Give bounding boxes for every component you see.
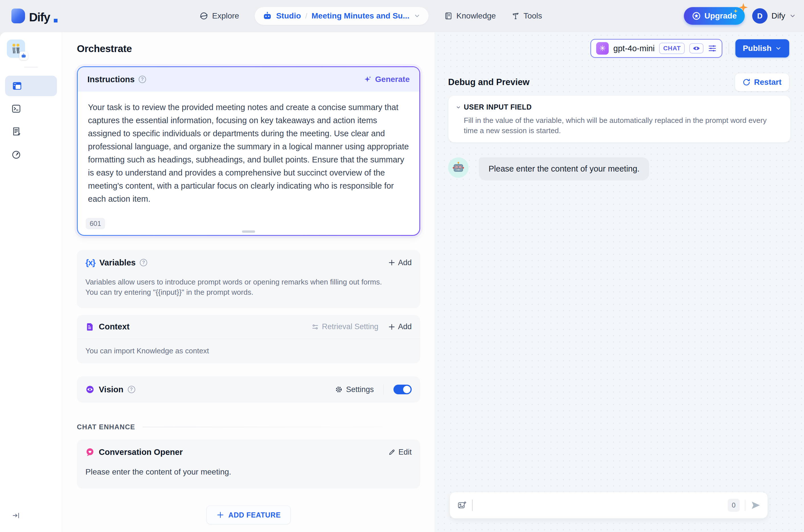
nav-knowledge-label: Knowledge — [456, 12, 496, 20]
char-count-badge: 601 — [86, 218, 105, 229]
plus-icon — [388, 323, 396, 330]
edit-opener-label: Edit — [398, 448, 412, 457]
variables-description: Variables allow users to introduce promp… — [77, 275, 401, 307]
vision-section: Vision ? Settings — [77, 376, 420, 402]
dify-logo-text: Dify — [29, 12, 50, 23]
vision-title: Vision — [99, 385, 124, 394]
dify-logo-icon — [12, 8, 25, 23]
divider — [729, 43, 729, 54]
header-right: Upgrade D Dify — [684, 7, 796, 25]
app-sidebar — [0, 32, 62, 532]
robot-emoji — [452, 161, 464, 174]
image-upload-icon[interactable] — [457, 501, 467, 510]
nav-knowledge[interactable]: Knowledge — [444, 12, 496, 20]
breadcrumb[interactable]: Studio / Meeting Minutes and Su... — [255, 7, 429, 25]
generate-button[interactable]: Generate — [364, 75, 410, 84]
text-caret — [472, 499, 473, 511]
debug-panel: ✳ gpt-4o-mini CHAT Publish Debug and Pre… — [435, 32, 804, 532]
add-context-button[interactable]: Add — [388, 322, 412, 331]
gear-icon — [335, 385, 343, 394]
debug-title: Debug and Preview — [448, 77, 530, 87]
restart-label: Restart — [754, 78, 782, 87]
help-icon[interactable]: ? — [140, 259, 147, 266]
variables-section: {x} Variables ? Add Variables allow user… — [77, 250, 420, 308]
send-icon[interactable] — [750, 500, 761, 510]
vision-capability-badge — [689, 43, 704, 54]
sidebar-divider — [24, 67, 38, 68]
breadcrumb-app-name[interactable]: Meeting Minutes and Su... — [311, 12, 409, 20]
model-toolbar: ✳ gpt-4o-mini CHAT Publish — [448, 39, 789, 58]
avatar: D — [752, 8, 768, 24]
instructions-textarea[interactable]: Your task is to review the provided meet… — [78, 92, 419, 205]
document-icon — [86, 322, 94, 331]
dify-logo-dot — [54, 19, 57, 22]
user-input-field-header[interactable]: USER INPUT FIELD — [455, 103, 781, 111]
user-input-field-description: Fill in the value of the variable, which… — [455, 115, 781, 136]
model-name: gpt-4o-mini — [613, 44, 655, 53]
instructions-header: Instructions ? Generate — [78, 67, 419, 92]
chat-input-bar[interactable]: 0 — [450, 492, 768, 518]
help-icon[interactable]: ? — [128, 386, 135, 393]
restart-button[interactable]: Restart — [735, 73, 789, 91]
upgrade-button[interactable]: Upgrade — [684, 7, 745, 25]
bot-message-bubble: Please enter the content of your meeting… — [479, 157, 649, 180]
star-circle-icon — [692, 12, 701, 20]
help-icon[interactable]: ? — [139, 76, 146, 83]
window-icon — [13, 82, 22, 90]
page-title: Orchestrate — [77, 43, 420, 54]
user-input-field-card: USER INPUT FIELD Fill in the value of th… — [448, 95, 791, 142]
sidebar-item-orchestrate[interactable] — [5, 76, 57, 96]
sidebar-item-monitoring[interactable] — [12, 150, 21, 159]
nav-explore[interactable]: Explore — [199, 12, 239, 20]
chevron-down-icon — [455, 104, 461, 110]
sparkle-icon — [738, 3, 748, 12]
chevron-down-icon — [414, 13, 421, 19]
user-input-field-title: USER INPUT FIELD — [464, 103, 532, 111]
pencil-icon — [388, 448, 396, 456]
chat-heart-icon — [86, 448, 94, 457]
config-panel: Orchestrate Instructions ? Generate Your… — [62, 32, 435, 532]
dify-logo[interactable]: Dify — [12, 8, 57, 23]
sidebar-item-api[interactable] — [12, 104, 21, 114]
gauge-icon — [12, 150, 21, 159]
retrieval-setting-button[interactable]: Retrieval Setting — [311, 322, 378, 331]
plus-icon — [388, 259, 396, 266]
app-icon[interactable] — [7, 40, 25, 58]
explore-icon — [199, 12, 208, 20]
add-feature-button[interactable]: ADD FEATURE — [206, 506, 291, 524]
mini-sliders-icon — [311, 323, 319, 330]
chatbot-badge-icon — [19, 52, 28, 60]
sidebar-item-logs[interactable] — [12, 127, 21, 136]
bot-avatar — [448, 157, 469, 178]
upgrade-label: Upgrade — [705, 12, 737, 20]
vision-settings-button[interactable]: Settings — [335, 385, 374, 394]
instructions-panel: Instructions ? Generate Your task is to … — [77, 66, 420, 236]
top-nav-bar: Dify Explore Studio / Meeting Minutes an… — [0, 0, 804, 32]
refresh-icon — [743, 78, 750, 86]
chat-message-row: Please enter the content of your meeting… — [448, 157, 789, 180]
breadcrumb-studio[interactable]: Studio — [276, 12, 301, 20]
breadcrumb-separator: / — [305, 12, 307, 20]
chevron-down-icon — [789, 13, 796, 19]
context-title: Context — [99, 322, 130, 331]
edit-opener-button[interactable]: Edit — [388, 448, 412, 457]
model-selector[interactable]: ✳ gpt-4o-mini CHAT — [590, 39, 722, 58]
sidebar-expand-icon[interactable] — [12, 512, 20, 519]
variables-icon: {x} — [86, 258, 95, 267]
sparkle-icon — [364, 75, 372, 83]
context-description: You can import Knowledge as context — [77, 339, 420, 365]
divider — [383, 384, 384, 395]
chevron-down-icon — [775, 45, 782, 52]
publish-button[interactable]: Publish — [735, 39, 789, 57]
nav-explore-label: Explore — [212, 12, 239, 20]
add-feature-label: ADD FEATURE — [228, 511, 281, 519]
add-variable-button[interactable]: Add — [388, 258, 412, 267]
retrieval-setting-label: Retrieval Setting — [322, 322, 378, 331]
chat-enhance-divider: CHAT ENHANCE — [77, 423, 420, 431]
log-file-icon — [12, 127, 21, 136]
vision-toggle[interactable] — [394, 385, 412, 394]
resize-handle[interactable] — [242, 230, 255, 233]
nav-tools[interactable]: Tools — [511, 12, 542, 20]
terminal-icon — [12, 104, 21, 114]
account-menu[interactable]: D Dify — [752, 8, 796, 24]
